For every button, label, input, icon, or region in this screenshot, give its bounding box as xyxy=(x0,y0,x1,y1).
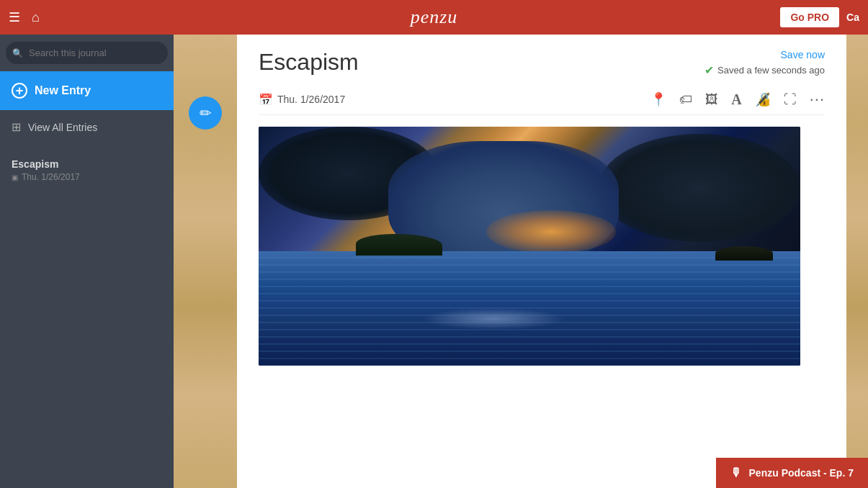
entry-date: Thu. 1/26/2017 xyxy=(277,94,345,105)
user-avatar[interactable]: Ca xyxy=(846,12,859,23)
home-icon[interactable]: ⌂ xyxy=(32,10,40,25)
content-area: Save now ✔ Saved a few seconds ago 📅 Thu… xyxy=(237,35,846,488)
pencil-icon: ✏ xyxy=(200,104,212,122)
podcast-banner[interactable]: 🎙 Penzu Podcast - Ep. 7 xyxy=(716,458,868,488)
island-silhouette-2 xyxy=(715,246,773,261)
location-icon[interactable]: 📍 xyxy=(650,91,666,107)
podcast-label: Penzu Podcast - Ep. 7 xyxy=(749,467,854,479)
font-icon[interactable]: A xyxy=(731,91,741,108)
calendar-icon: 📅 xyxy=(259,93,273,107)
view-all-entries-button[interactable]: ⊞ View All Entries xyxy=(0,110,174,144)
sun-glow xyxy=(486,210,616,253)
new-entry-button[interactable]: + New Entry xyxy=(0,71,174,110)
saved-status-text: Saved a few seconds ago xyxy=(717,65,825,76)
entry-list: Escapism Thu. 1/26/2017 xyxy=(0,144,174,196)
ocean-scene-image xyxy=(259,127,800,366)
top-navigation: ☰ ⌂ penzu Go PRO Ca xyxy=(0,0,868,35)
cloud-dark-2 xyxy=(599,134,800,242)
entry-header: Save now ✔ Saved a few seconds ago xyxy=(259,49,825,77)
expand-icon[interactable]: ⛶ xyxy=(784,92,797,107)
more-options-icon[interactable]: ··· xyxy=(810,90,825,109)
entry-item-date: Thu. 1/26/2017 xyxy=(12,172,162,182)
wood-panel-left: ✏ xyxy=(174,35,237,488)
main-layout: + New Entry ⊞ View All Entries Escapism … xyxy=(0,35,868,488)
entry-item-title: Escapism xyxy=(12,158,162,170)
list-item[interactable]: Escapism Thu. 1/26/2017 xyxy=(0,151,174,189)
search-input[interactable] xyxy=(6,42,168,64)
entry-image-container xyxy=(259,127,800,366)
island-silhouette-1 xyxy=(356,234,442,256)
image-icon[interactable]: 🖼 xyxy=(705,92,718,107)
view-all-label: View All Entries xyxy=(28,122,97,133)
pencil-button[interactable]: ✏ xyxy=(189,96,222,130)
podcast-icon: 🎙 xyxy=(730,466,742,479)
saved-status: ✔ Saved a few seconds ago xyxy=(704,63,825,77)
hamburger-icon[interactable]: ☰ xyxy=(9,9,20,25)
nav-right: Go PRO Ca xyxy=(780,7,859,27)
wood-panel-right xyxy=(846,35,868,488)
search-wrapper xyxy=(6,42,168,64)
check-icon: ✔ xyxy=(704,63,714,77)
new-entry-label: New Entry xyxy=(35,84,91,97)
save-now-link[interactable]: Save now xyxy=(704,49,825,60)
go-pro-button[interactable]: Go PRO xyxy=(780,7,839,27)
water-highlight xyxy=(421,308,565,330)
water-shimmer xyxy=(259,251,800,366)
toolbar-icons: 📍 🏷 🖼 A 🔏 ⛶ ··· xyxy=(650,90,825,109)
plus-icon: + xyxy=(12,83,27,99)
grid-icon: ⊞ xyxy=(12,120,21,134)
penzu-logo: penzu xyxy=(411,6,458,27)
sidebar: + New Entry ⊞ View All Entries Escapism … xyxy=(0,35,174,488)
lock-icon[interactable]: 🔏 xyxy=(755,91,771,107)
nav-center: penzu xyxy=(411,6,458,28)
entry-toolbar: 📅 Thu. 1/26/2017 📍 🏷 🖼 A 🔏 ⛶ ··· xyxy=(259,84,825,115)
tag-icon[interactable]: 🏷 xyxy=(679,92,692,107)
date-display: 📅 Thu. 1/26/2017 xyxy=(259,93,639,107)
entry-title-input[interactable] xyxy=(259,49,704,76)
search-container xyxy=(0,35,174,71)
save-area: Save now ✔ Saved a few seconds ago xyxy=(704,49,825,77)
nav-left: ☰ ⌂ xyxy=(9,9,44,25)
